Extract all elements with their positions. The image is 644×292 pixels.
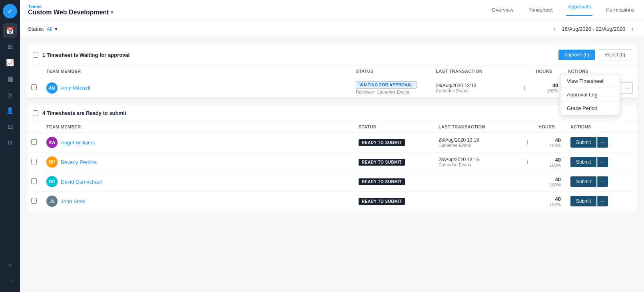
collapse-icon[interactable]: → [3,274,17,288]
status-cell-john: READY TO SUBMIT [354,192,434,211]
row-checkbox-david[interactable] [31,178,37,184]
col-team-member: Team Member [42,121,354,133]
member-cell-david: DC David Carmichael [46,176,349,187]
action-group-angel: Submit ··· [570,137,633,148]
col-hours: Hours [534,121,566,133]
info-icon-amy[interactable]: ℹ [524,85,526,91]
teams-label[interactable]: Teams [28,4,113,9]
people-icon[interactable]: 👤 [3,103,17,118]
status-filter[interactable]: Status: All ▾ [28,26,58,32]
table-row: AM Amy Mitchell WAITING FOR APPROVAL Rev… [26,77,638,99]
action-group-john: Submit ··· [570,196,633,206]
grid-icon[interactable]: ⊞ [3,39,17,54]
more-button-beverly[interactable]: ··· [597,157,608,167]
transaction-date-beverly: 28/Aug/2020 13:16 [439,157,517,162]
status-badge-amy: WAITING FOR APPROVAL [356,81,417,89]
status-badge-john: READY TO SUBMIT [359,198,405,205]
globe-icon[interactable]: ◎ [3,87,17,102]
more-button-amy[interactable]: ··· [622,82,633,94]
status-cell-amy: WAITING FOR APPROVAL Reviewer: Catherine… [351,77,431,99]
project-name[interactable]: Custom Web Development ▾ [28,9,113,16]
avatar-beverly: BP [46,156,58,168]
avatar-david: DC [46,176,58,187]
row-checkbox-john[interactable] [31,198,37,204]
help-icon[interactable]: ? [3,259,17,274]
status-value: All [46,26,52,32]
hours-num-beverly: 40 [538,157,561,163]
hours-pct-angel: 100% [538,143,561,148]
hours-cell-amy: 40 100% [531,77,563,99]
tab-timesheet[interactable]: Timesheet [527,7,554,13]
info-icon-beverly[interactable]: ℹ [526,159,528,165]
actions-cell-john: Submit ··· [566,192,638,211]
col-last-transaction: Last transaction [434,121,522,133]
waiting-section-title: 1 Timesheet is Waiting for approval [42,52,554,58]
row-checkbox-beverly[interactable] [31,159,37,164]
dropdown-menu: View Timesheet Approval Log Grace Period [560,74,620,115]
member-name-beverly[interactable]: Beverly Perkins [61,159,97,165]
select-all-ready-checkbox[interactable] [33,110,38,116]
status-chevron-icon: ▾ [55,26,58,32]
settings-icon[interactable]: ⚙ [3,135,17,150]
submit-button-angel[interactable]: Submit [570,137,596,148]
transaction-person-amy: Catherine Evans [436,88,514,93]
row-checkbox-angel[interactable] [31,139,37,145]
transaction-person-angel: Catherine Evans [439,143,517,148]
last-transaction-beverly: 28/Aug/2020 13:16 Catherine Evans [434,152,522,172]
last-transaction-angel: 28/Aug/2020 13:16 Catherine Evans [434,133,522,152]
bar-chart-icon[interactable]: ▦ [3,71,17,86]
dropdown-view-timesheet[interactable]: View Timesheet [560,74,620,88]
dropdown-approval-log[interactable]: Approval Log [560,88,620,101]
main-content: Teams Custom Web Development ▾ Overview … [20,0,644,292]
member-name-amy[interactable]: Amy Mitchell [61,85,90,91]
hours-cell-david: 40 100% [534,172,566,192]
last-transaction-amy: 28/Aug/2020 13:13 Catherine Evans [431,77,519,99]
table-row: JS John Steel READY TO SUBMIT 40 100% Su… [26,192,638,211]
app-logo[interactable]: ✓ [3,4,17,18]
member-name-john[interactable]: John Steel [61,198,85,204]
col-status: Status [354,121,434,133]
hours-cell-angel: 40 100% [534,133,566,152]
approve-all-button[interactable]: Approve (0) [558,50,595,60]
col-check [26,66,42,77]
submit-button-beverly[interactable]: Submit [570,157,596,167]
prev-date-button[interactable]: ‹ [551,24,558,34]
tab-approvals[interactable]: Approvals [566,4,592,16]
actions-cell-beverly: Submit ··· [566,152,638,172]
hours-num-angel: 40 [538,137,561,143]
select-all-waiting-checkbox[interactable] [33,52,38,58]
status-badge-angel: READY TO SUBMIT [359,139,405,146]
member-cell-angel: AW Angel Williams [46,137,349,148]
tab-permissions[interactable]: Permissions [604,7,636,13]
topnav-right: Overview Timesheet Approvals Permissions [490,4,636,16]
calendar-icon[interactable]: 📅 [3,23,17,38]
tab-overview[interactable]: Overview [490,7,515,13]
ready-section-header: 4 Timesheets are Ready to submit [26,105,638,121]
more-button-john[interactable]: ··· [597,196,608,206]
actions-cell-david: Submit ··· [566,172,638,192]
hours-pct-john: 100% [538,202,561,207]
waiting-table: Team Member Status Last transaction Hour… [26,66,638,98]
col-info [519,66,531,77]
next-date-button[interactable]: › [629,24,636,34]
ready-table: Team Member Status Last transaction Hour… [26,121,638,211]
modules-icon[interactable]: ⊟ [3,119,17,134]
last-transaction-john [434,192,522,211]
more-button-angel[interactable]: ··· [597,137,608,148]
info-icon-angel[interactable]: ℹ [526,139,528,146]
more-button-david[interactable]: ··· [597,176,608,187]
submit-button-john[interactable]: Submit [570,196,596,206]
row-checkbox-amy[interactable] [31,84,37,90]
submit-button-david[interactable]: Submit [570,176,596,187]
status-badge-david: READY TO SUBMIT [359,178,405,185]
col-hours: Hours [531,66,563,77]
filter-bar: Status: All ▾ ‹ 16/Aug/2020 - 22/Aug/202… [20,20,644,38]
action-group-david: Submit ··· [570,176,633,187]
member-name-angel[interactable]: Angel Williams [61,140,95,146]
dropdown-grace-period[interactable]: Grace Period [560,101,620,115]
waiting-section: 1 Timesheet is Waiting for approval Appr… [26,44,638,99]
member-name-david[interactable]: David Carmichael [61,179,102,185]
reject-all-button[interactable]: Reject (0) [599,49,631,60]
member-cell-john: JS John Steel [46,196,349,207]
chart-icon[interactable]: 📈 [3,55,17,70]
